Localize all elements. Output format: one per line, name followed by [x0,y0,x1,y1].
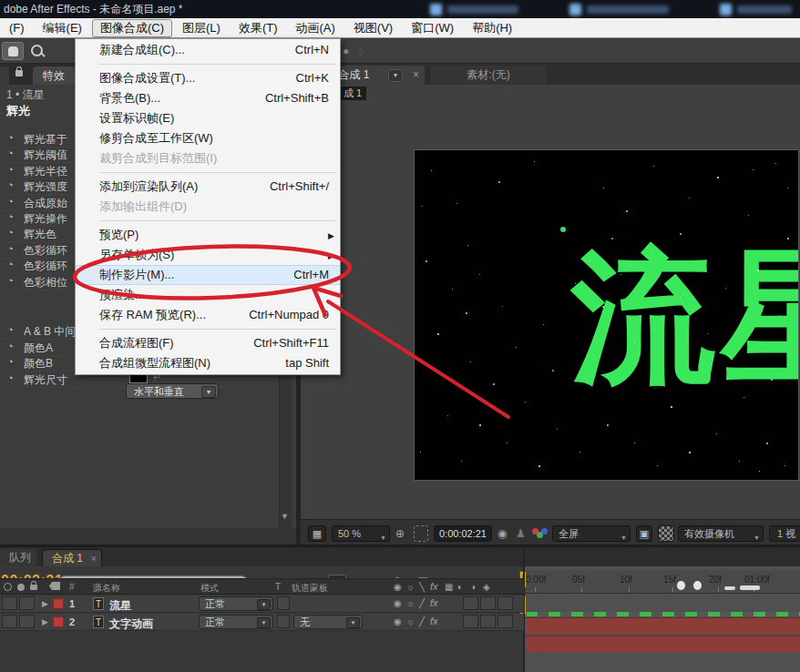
switch-cell[interactable] [480,615,496,628]
channels-rgb-icon[interactable] [532,528,550,539]
work-area-marker[interactable] [740,585,760,590]
pen-icon[interactable]: ╱ [419,598,425,608]
work-area-marker[interactable] [724,586,735,590]
scroll-down-arrow-icon[interactable]: ▼ [281,512,289,521]
menu-item-8[interactable]: 添加到渲染队列(A)Ctrl+Shift+/ [76,177,340,197]
column-source-name[interactable]: 源名称 [93,582,120,595]
switch-cell[interactable] [463,596,478,610]
stopwatch-icon[interactable]: ◔ [7,227,14,238]
t-toggle-cell[interactable] [277,615,290,628]
blend-mode-dropdown[interactable]: 正常▼ [199,596,273,611]
stopwatch-icon[interactable]: ◔ [7,356,14,367]
magnification-dropdown[interactable]: 50 %▼ [332,525,390,542]
menubar-item-7[interactable]: 窗口(W) [403,19,462,37]
menubar-item-0[interactable]: (F) [1,20,33,36]
stopwatch-icon[interactable]: ◔ [7,211,14,222]
video-toggle-cell[interactable] [2,615,17,628]
hand-tool-button[interactable] [2,42,24,60]
layer-row-2[interactable]: ▶ 2 T 文字动画 正常▼ 无▼ ◉ ☼ ╱ fx [0,614,524,631]
fx-icon[interactable]: fx [430,597,438,608]
menu-item-13[interactable]: 制作影片(M)...Ctrl+M [76,265,340,285]
glow-dimensions-dropdown[interactable]: 水平和垂直 ▼ [126,383,219,399]
work-area-handle[interactable] [693,581,702,590]
layer-name[interactable]: 流星 [109,598,131,614]
menubar-item-2[interactable]: 图像合成(C) [92,19,172,37]
show-snapshot-icon[interactable]: ♟ [516,525,526,542]
chevron-down-icon[interactable]: ▼ [388,69,403,82]
switch-cell[interactable] [463,615,478,628]
menu-item-11[interactable]: 预览(P)▶ [76,225,340,245]
region-of-interest-button[interactable] [414,525,428,542]
menu-item-2[interactable]: 图像合成设置(T)...Ctrl+K [76,68,340,88]
switch-cell[interactable] [497,615,513,628]
menu-item-12[interactable]: 另存单帧为(S)▶ [76,245,340,265]
column-number[interactable]: # [69,582,75,592]
camera-view-dropdown[interactable]: 有效摄像机▼ [678,525,764,542]
audio-icon[interactable] [17,584,25,591]
viewer-timecode[interactable]: 0:00:02:21 [434,525,492,542]
close-icon[interactable]: × [413,66,419,85]
menu-item-3[interactable]: 背景色(B)...Ctrl+Shift+B [76,88,340,108]
blend-mode-dropdown[interactable]: 正常▼ [199,615,273,629]
menu-item-4[interactable]: 设置标识帧(E) [76,108,340,128]
lock-icon[interactable] [30,585,37,590]
menu-item-15[interactable]: 保存 RAM 预览(R)...Ctrl+Numpad 0 [76,305,340,325]
column-t[interactable]: T [275,582,281,592]
view-layout-dropdown[interactable]: 1 视 [769,525,800,542]
expand-arrow-icon[interactable]: ▶ [42,617,48,626]
zoom-tool-button[interactable] [26,42,47,60]
t-toggle-cell[interactable] [277,596,290,610]
stopwatch-icon[interactable]: ◔ [7,196,14,207]
menu-item-18[interactable]: 合成组微型流程图(N)tap Shift [76,353,340,373]
menu-item-5[interactable]: 修剪合成至工作区(W) [76,128,340,148]
menubar-item-3[interactable]: 图层(L) [174,19,229,37]
fx-icon[interactable]: fx [430,616,438,626]
stopwatch-icon[interactable]: ◔ [7,372,14,383]
tab-footage[interactable]: 素材:(无) [430,66,547,85]
track-matte-dropdown[interactable]: 无▼ [293,615,363,629]
menu-item-6[interactable]: 裁剪合成到目标范围(I) [76,148,340,168]
layer-label-swatch[interactable] [53,616,64,627]
parent-pickwhip-icon[interactable]: ◉ [394,598,402,608]
tab-render-queue[interactable]: 队列 [0,549,36,566]
stopwatch-icon[interactable]: ◔ [7,341,14,351]
menubar-item-1[interactable]: 编辑(E) [35,19,90,37]
column-mode[interactable]: 模式 [200,582,219,595]
layer-label-swatch[interactable] [53,598,64,609]
effect-name-heading[interactable]: 辉光 [6,103,30,119]
audio-toggle-cell[interactable] [19,596,35,610]
menu-item-0[interactable]: 新建合成组(C)...Ctrl+N [76,40,340,60]
safe-zones-icon[interactable]: ⊕ [395,525,405,542]
stopwatch-icon[interactable]: ◔ [7,243,14,254]
stopwatch-icon[interactable]: ◔ [7,275,14,286]
resolution-dropdown[interactable]: 全屏▼ [552,525,631,542]
stopwatch-icon[interactable]: ◔ [7,148,14,158]
expand-arrow-icon[interactable]: ▶ [42,599,48,608]
video-visibility-icon[interactable] [4,583,12,591]
layer-row-1[interactable]: ▶ 1 T 流星 正常▼ ◉ ☼ ╱ fx [0,596,524,613]
stopwatch-icon[interactable]: ◔ [7,324,14,335]
stopwatch-icon[interactable]: ◔ [7,259,14,270]
time-ruler[interactable]: 0:00f05f10f15f20f01:00f [524,570,800,594]
solo-icon[interactable]: ☼ [406,598,415,608]
column-track-matte[interactable]: 轨道蒙板 [292,582,328,595]
menubar-item-6[interactable]: 视图(V) [345,19,401,37]
pen-icon[interactable]: ╱ [419,616,425,626]
menubar-item-5[interactable]: 动画(A) [288,19,344,37]
switch-cell[interactable] [497,596,513,610]
menu-item-14[interactable]: 预渲染... [76,285,340,305]
menubar-item-4[interactable]: 效果(T) [231,19,286,37]
solo-icon[interactable]: ☼ [406,616,415,626]
target-region-button[interactable]: ▣ [636,525,652,542]
composition-canvas[interactable]: 流星 [415,150,798,480]
snapshot-camera-icon[interactable]: ◉ [497,525,507,542]
switch-cell[interactable] [480,596,496,610]
close-icon[interactable]: × [91,550,97,566]
layer-duration-bar[interactable] [526,636,800,652]
work-area-handle[interactable] [677,581,685,590]
stopwatch-icon[interactable]: ◔ [7,132,14,143]
stopwatch-icon[interactable]: ◔ [7,164,14,175]
parent-pickwhip-icon[interactable]: ◉ [394,616,402,626]
label-tag-icon[interactable] [49,582,60,590]
layer-name[interactable]: 文字动画 [109,616,153,632]
